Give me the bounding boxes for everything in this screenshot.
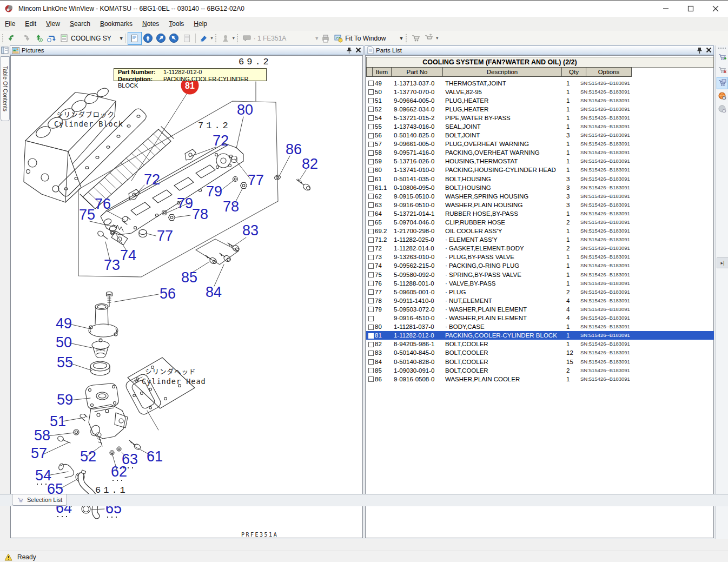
table-row[interactable]: 851-09030-091-0BOLT,COOLER2SN:515426--B1… bbox=[366, 366, 714, 375]
table-row[interactable]: 595-13716-026-0HOUSING,THERMOSTAT1SN:515… bbox=[366, 157, 714, 166]
row-checkbox[interactable] bbox=[368, 107, 374, 112]
menu-tools[interactable]: Tools bbox=[164, 20, 189, 28]
table-row[interactable]: 629-0915-0510-0WASHER,SPRING HOUSING3SN:… bbox=[366, 192, 714, 201]
table-row[interactable]: 610-50141-035-0BOLT,HOUSING3SN:515426--B… bbox=[366, 175, 714, 183]
zoom-tool-button[interactable] bbox=[332, 32, 345, 44]
add-selection-icon[interactable] bbox=[717, 51, 727, 63]
row-checkbox[interactable] bbox=[368, 150, 374, 156]
prev-sheet-button[interactable] bbox=[155, 32, 168, 44]
table-row[interactable]: 639-0916-0510-0WASHER,PLAIN HOUSING3SN:5… bbox=[366, 201, 714, 209]
diagram-label-55[interactable]: 55 bbox=[57, 354, 73, 371]
book-selector[interactable]: COOLING SY▼ bbox=[71, 35, 124, 42]
prev-picture-button[interactable] bbox=[142, 32, 155, 44]
picture-canvas[interactable]: 81 8072868277797872797876757783747385845… bbox=[10, 55, 363, 538]
table-row[interactable]: 601-13741-010-0PACKING,HOUSING-CYLINDER … bbox=[366, 166, 714, 174]
row-checkbox[interactable] bbox=[368, 325, 374, 330]
selection-list-icon[interactable] bbox=[717, 77, 727, 89]
row-checkbox[interactable] bbox=[368, 142, 374, 147]
row-checkbox[interactable] bbox=[368, 359, 374, 365]
next-sheet-button[interactable] bbox=[168, 32, 181, 44]
diagram-label-83[interactable]: 83 bbox=[242, 222, 259, 239]
pin-icon[interactable] bbox=[346, 47, 352, 54]
row-checkbox[interactable] bbox=[368, 255, 374, 260]
row-checkbox[interactable] bbox=[368, 115, 374, 121]
row-checkbox[interactable] bbox=[368, 289, 374, 295]
table-row[interactable]: 840-50140-828-0BOLT,COOLER15SN:515426--B… bbox=[366, 358, 714, 366]
back-button[interactable] bbox=[6, 32, 19, 44]
menu-bookmarks[interactable]: Bookmarks bbox=[95, 20, 137, 28]
table-of-contents-tab[interactable]: Table Of Contents bbox=[1, 56, 10, 121]
col-options[interactable]: Options bbox=[586, 67, 632, 77]
table-row[interactable]: 795-09503-072-0· WASHER,PLAIN ELEMENT4SN… bbox=[366, 305, 714, 314]
highlighter-dropdown[interactable]: ▾ bbox=[211, 36, 213, 41]
search-disabled-icon[interactable] bbox=[717, 103, 727, 115]
table-row[interactable]: 529-09662-034-0PLUG,HEATER1SN:515426--B1… bbox=[366, 105, 714, 114]
selection-list-tab[interactable]: Selection List bbox=[12, 494, 67, 506]
row-checkbox[interactable] bbox=[368, 376, 374, 382]
up-level-button[interactable] bbox=[32, 32, 45, 44]
diagram-label-62[interactable]: 62 bbox=[111, 464, 127, 480]
diagram-label-76[interactable]: 76 bbox=[95, 196, 111, 212]
row-checkbox[interactable] bbox=[368, 333, 374, 339]
diagram-label-49[interactable]: 49 bbox=[56, 315, 72, 332]
row-checkbox[interactable] bbox=[368, 272, 374, 277]
table-row[interactable]: 811-11282-012-0PACKING,COOLER-CYLINDER B… bbox=[366, 331, 714, 340]
diagram-label-72[interactable]: 72 bbox=[213, 133, 229, 149]
table-row[interactable]: 765-11288-001-0· VALVE,BY-PASS1SN:515426… bbox=[366, 279, 714, 288]
expand-strip-button[interactable]: ▸| bbox=[717, 257, 728, 268]
menu-notes[interactable]: Notes bbox=[137, 20, 164, 28]
close-panel-icon[interactable] bbox=[706, 47, 712, 53]
diagram-label-78[interactable]: 78 bbox=[223, 199, 239, 215]
diagram-label-52[interactable]: 52 bbox=[80, 448, 96, 465]
row-checkbox[interactable] bbox=[368, 98, 374, 103]
stamp-button[interactable] bbox=[219, 32, 232, 44]
menu-edit[interactable]: Edit bbox=[20, 20, 41, 28]
diagram-label-50[interactable]: 50 bbox=[56, 334, 72, 351]
table-row[interactable]: 755-09580-092-0· SPRING,BY-PASS VALVE1SN… bbox=[366, 270, 714, 279]
diagram-label-80[interactable]: 80 bbox=[237, 102, 253, 118]
diagram-label-73[interactable]: 73 bbox=[104, 257, 120, 273]
diagram-label-82[interactable]: 82 bbox=[302, 156, 318, 172]
zoom-selector[interactable]: Fit To Window▼ bbox=[345, 35, 403, 42]
table-row[interactable]: 545-13721-015-2PIPE,WATER BY-PASS1SN:515… bbox=[366, 114, 714, 122]
row-checkbox[interactable] bbox=[368, 194, 374, 199]
remove-selection-icon[interactable] bbox=[717, 64, 727, 76]
table-row[interactable]: 491-13713-037-0THERMOSTAT,JOINT1SN:51542… bbox=[366, 79, 714, 88]
print-picture-button[interactable] bbox=[319, 32, 332, 44]
toc-icon[interactable] bbox=[1, 47, 9, 54]
table-row[interactable]: 579-09661-005-0PLUG,OVERHEAT WARNING1SN:… bbox=[366, 140, 714, 148]
col-item[interactable]: Item bbox=[373, 67, 392, 77]
pin-icon[interactable] bbox=[697, 47, 703, 54]
table-row[interactable]: 828-94205-986-1BOLT,COOLER1SN:515426--B1… bbox=[366, 340, 714, 348]
table-row[interactable]: 789-0911-1410-0· NUT,ELEMENT4SN:515426--… bbox=[366, 296, 714, 305]
row-checkbox[interactable] bbox=[368, 316, 374, 321]
row-checkbox[interactable] bbox=[368, 281, 374, 286]
table-row[interactable]: 61.10-10806-095-0BOLT,HOUSING3SN:515426-… bbox=[366, 183, 714, 192]
diagram-label-78[interactable]: 78 bbox=[192, 206, 208, 222]
row-checkbox[interactable] bbox=[368, 298, 374, 303]
table-row[interactable]: 9-0916-4510-0· WASHER,PLAIN ELEMENT4SN:5… bbox=[366, 314, 714, 322]
table-row[interactable]: 739-13263-010-0· PLUG,BY-PASS VALVE1SN:5… bbox=[366, 253, 714, 261]
table-row[interactable]: 801-11281-037-0· BODY,CASE1SN:515426--B1… bbox=[366, 322, 714, 331]
add-to-selection-button[interactable] bbox=[409, 32, 422, 44]
diagram-label-84[interactable]: 84 bbox=[206, 284, 222, 300]
diagram-label-56[interactable]: 56 bbox=[160, 286, 176, 302]
diagram-label-79[interactable]: 79 bbox=[177, 195, 193, 211]
table-row[interactable]: 551-13743-016-0SEAL,JOINT1SN:515426--B18… bbox=[366, 122, 714, 131]
minimize-button[interactable] bbox=[653, 1, 678, 17]
col-description[interactable]: Description bbox=[443, 67, 562, 77]
table-row[interactable]: 645-13721-014-1RUBBER HOSE,BY-PASS1SN:51… bbox=[366, 209, 714, 218]
diagram-label-51[interactable]: 51 bbox=[50, 413, 66, 429]
table-row[interactable]: 830-50140-845-0BOLT,COOLER12SN:515426--B… bbox=[366, 348, 714, 357]
row-checkbox[interactable] bbox=[368, 307, 374, 312]
row-checkbox[interactable] bbox=[368, 202, 374, 208]
row-checkbox[interactable] bbox=[368, 159, 374, 164]
diagram-label-86[interactable]: 86 bbox=[286, 141, 302, 157]
diagram-label-79[interactable]: 79 bbox=[206, 183, 222, 200]
row-checkbox[interactable] bbox=[368, 133, 374, 138]
diagram-label-57[interactable]: 57 bbox=[31, 445, 47, 461]
row-checkbox[interactable] bbox=[368, 237, 374, 243]
menu-search[interactable]: Search bbox=[65, 20, 95, 28]
diagram-label-74[interactable]: 74 bbox=[120, 247, 136, 263]
search-web-icon[interactable] bbox=[717, 90, 727, 102]
